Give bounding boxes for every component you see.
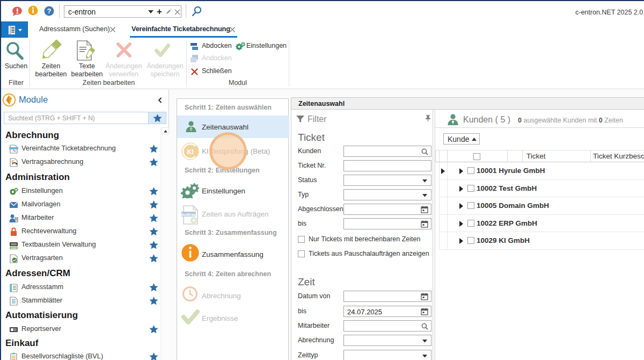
svg-text:?: ? [47, 7, 52, 15]
svg-text:Auftrag: Auftrag [181, 212, 196, 217]
svg-text:KI: KI [187, 148, 194, 156]
